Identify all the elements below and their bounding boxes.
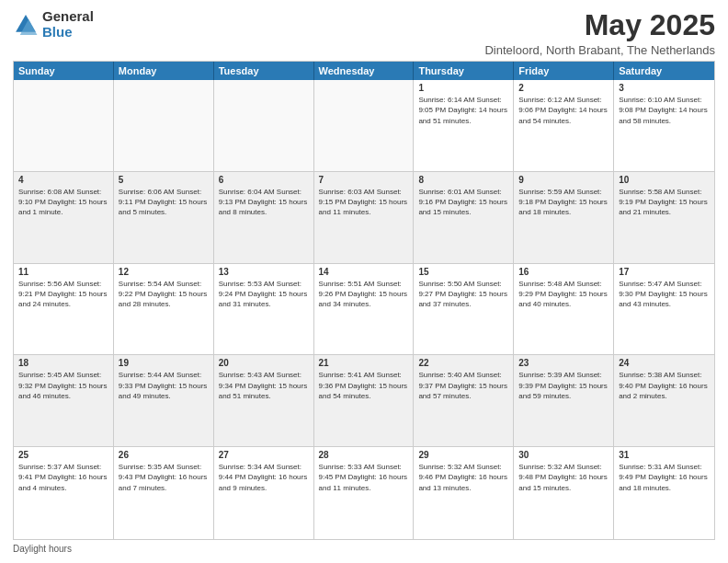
- calendar-cell: [214, 80, 314, 171]
- day-info: Sunrise: 5:31 AM Sunset: 9:49 PM Dayligh…: [619, 462, 710, 493]
- day-info: Sunrise: 5:59 AM Sunset: 9:18 PM Dayligh…: [518, 187, 609, 218]
- day-number: 21: [319, 358, 409, 368]
- calendar-page: General Blue May 2025 Dinteloord, North …: [0, 0, 728, 563]
- day-number: 27: [219, 450, 309, 460]
- day-info: Sunrise: 5:53 AM Sunset: 9:24 PM Dayligh…: [219, 279, 309, 310]
- calendar-cell: 11Sunrise: 5:56 AM Sunset: 9:21 PM Dayli…: [14, 264, 114, 355]
- day-number: 7: [319, 175, 409, 185]
- calendar-cell: 31Sunrise: 5:31 AM Sunset: 9:49 PM Dayli…: [614, 447, 714, 539]
- calendar-cell: 6Sunrise: 6:04 AM Sunset: 9:13 PM Daylig…: [214, 172, 314, 263]
- calendar-week-2: 4Sunrise: 6:08 AM Sunset: 9:10 PM Daylig…: [14, 172, 714, 264]
- day-info: Sunrise: 6:04 AM Sunset: 9:13 PM Dayligh…: [219, 187, 309, 218]
- calendar-cell: 27Sunrise: 5:34 AM Sunset: 9:44 PM Dayli…: [214, 447, 314, 539]
- daylight-label: Daylight hours: [13, 544, 72, 554]
- day-number: 18: [18, 358, 108, 368]
- day-info: Sunrise: 5:38 AM Sunset: 9:40 PM Dayligh…: [619, 370, 710, 401]
- footer-note: Daylight hours: [13, 544, 715, 554]
- day-number: 24: [619, 358, 710, 368]
- calendar-week-3: 11Sunrise: 5:56 AM Sunset: 9:21 PM Dayli…: [14, 264, 714, 356]
- day-number: 4: [18, 175, 108, 185]
- day-number: 26: [119, 450, 209, 460]
- calendar-week-1: 1Sunrise: 6:14 AM Sunset: 9:05 PM Daylig…: [14, 80, 714, 172]
- day-info: Sunrise: 5:32 AM Sunset: 9:48 PM Dayligh…: [518, 462, 609, 493]
- calendar-week-5: 25Sunrise: 5:37 AM Sunset: 9:41 PM Dayli…: [14, 447, 714, 539]
- day-info: Sunrise: 5:35 AM Sunset: 9:43 PM Dayligh…: [119, 462, 209, 493]
- calendar-cell: 5Sunrise: 6:06 AM Sunset: 9:11 PM Daylig…: [114, 172, 214, 263]
- day-number: 1: [418, 83, 508, 93]
- calendar-cell: 14Sunrise: 5:51 AM Sunset: 9:26 PM Dayli…: [314, 264, 415, 355]
- day-number: 12: [119, 267, 209, 277]
- day-number: 23: [518, 358, 609, 368]
- day-info: Sunrise: 5:48 AM Sunset: 9:29 PM Dayligh…: [518, 279, 609, 310]
- day-number: 19: [119, 358, 209, 368]
- logo-blue-text: Blue: [42, 25, 94, 40]
- day-info: Sunrise: 6:08 AM Sunset: 9:10 PM Dayligh…: [18, 187, 108, 218]
- logo-icon: [13, 12, 39, 38]
- day-number: 17: [619, 267, 710, 277]
- day-info: Sunrise: 6:10 AM Sunset: 9:08 PM Dayligh…: [619, 95, 710, 126]
- day-number: 6: [219, 175, 309, 185]
- day-number: 3: [619, 83, 710, 93]
- day-number: 2: [518, 83, 609, 93]
- day-number: 13: [219, 267, 309, 277]
- day-number: 11: [18, 267, 108, 277]
- weekday-header-sunday: Sunday: [14, 62, 114, 80]
- day-info: Sunrise: 5:47 AM Sunset: 9:30 PM Dayligh…: [619, 279, 710, 310]
- day-info: Sunrise: 5:33 AM Sunset: 9:45 PM Dayligh…: [319, 462, 409, 493]
- weekday-header-friday: Friday: [514, 62, 614, 80]
- calendar-cell: [314, 80, 415, 171]
- calendar-cell: 21Sunrise: 5:41 AM Sunset: 9:36 PM Dayli…: [314, 355, 415, 446]
- location-text: Dinteloord, North Brabant, The Netherlan…: [484, 43, 715, 57]
- calendar-cell: 7Sunrise: 6:03 AM Sunset: 9:15 PM Daylig…: [314, 172, 415, 263]
- logo-general-text: General: [42, 9, 94, 25]
- day-number: 30: [518, 450, 609, 460]
- day-number: 14: [319, 267, 409, 277]
- day-info: Sunrise: 5:54 AM Sunset: 9:22 PM Dayligh…: [119, 279, 209, 310]
- day-info: Sunrise: 5:39 AM Sunset: 9:39 PM Dayligh…: [518, 370, 609, 401]
- day-number: 25: [18, 450, 108, 460]
- day-info: Sunrise: 5:40 AM Sunset: 9:37 PM Dayligh…: [418, 370, 508, 401]
- calendar-cell: 17Sunrise: 5:47 AM Sunset: 9:30 PM Dayli…: [614, 264, 714, 355]
- weekday-header-thursday: Thursday: [414, 62, 514, 80]
- calendar-cell: 22Sunrise: 5:40 AM Sunset: 9:37 PM Dayli…: [414, 355, 514, 446]
- day-number: 16: [518, 267, 609, 277]
- calendar-cell: 28Sunrise: 5:33 AM Sunset: 9:45 PM Dayli…: [314, 447, 415, 539]
- calendar-cell: 29Sunrise: 5:32 AM Sunset: 9:46 PM Dayli…: [414, 447, 514, 539]
- calendar-cell: 3Sunrise: 6:10 AM Sunset: 9:08 PM Daylig…: [614, 80, 714, 171]
- day-number: 28: [319, 450, 409, 460]
- day-info: Sunrise: 5:51 AM Sunset: 9:26 PM Dayligh…: [319, 279, 409, 310]
- day-info: Sunrise: 5:56 AM Sunset: 9:21 PM Dayligh…: [18, 279, 108, 310]
- calendar-cell: 2Sunrise: 6:12 AM Sunset: 9:06 PM Daylig…: [514, 80, 614, 171]
- day-info: Sunrise: 5:34 AM Sunset: 9:44 PM Dayligh…: [219, 462, 309, 493]
- day-info: Sunrise: 5:37 AM Sunset: 9:41 PM Dayligh…: [18, 462, 108, 493]
- calendar-cell: [14, 80, 114, 171]
- day-info: Sunrise: 6:14 AM Sunset: 9:05 PM Dayligh…: [418, 95, 508, 126]
- calendar-week-4: 18Sunrise: 5:45 AM Sunset: 9:32 PM Dayli…: [14, 355, 714, 447]
- calendar-cell: 12Sunrise: 5:54 AM Sunset: 9:22 PM Dayli…: [114, 264, 214, 355]
- calendar-cell: 26Sunrise: 5:35 AM Sunset: 9:43 PM Dayli…: [114, 447, 214, 539]
- day-info: Sunrise: 6:03 AM Sunset: 9:15 PM Dayligh…: [319, 187, 409, 218]
- day-info: Sunrise: 6:01 AM Sunset: 9:16 PM Dayligh…: [418, 187, 508, 218]
- day-number: 15: [418, 267, 508, 277]
- calendar-cell: 19Sunrise: 5:44 AM Sunset: 9:33 PM Dayli…: [114, 355, 214, 446]
- calendar-cell: 30Sunrise: 5:32 AM Sunset: 9:48 PM Dayli…: [514, 447, 614, 539]
- day-number: 9: [518, 175, 609, 185]
- calendar-cell: 9Sunrise: 5:59 AM Sunset: 9:18 PM Daylig…: [514, 172, 614, 263]
- page-header: General Blue May 2025 Dinteloord, North …: [13, 9, 715, 57]
- calendar-cell: 10Sunrise: 5:58 AM Sunset: 9:19 PM Dayli…: [614, 172, 714, 263]
- weekday-header-monday: Monday: [114, 62, 214, 80]
- calendar-cell: 18Sunrise: 5:45 AM Sunset: 9:32 PM Dayli…: [14, 355, 114, 446]
- day-info: Sunrise: 5:44 AM Sunset: 9:33 PM Dayligh…: [119, 370, 209, 401]
- day-number: 29: [418, 450, 508, 460]
- logo: General Blue: [13, 9, 94, 40]
- day-number: 31: [619, 450, 710, 460]
- day-info: Sunrise: 5:41 AM Sunset: 9:36 PM Dayligh…: [319, 370, 409, 401]
- day-info: Sunrise: 5:32 AM Sunset: 9:46 PM Dayligh…: [418, 462, 508, 493]
- calendar: SundayMondayTuesdayWednesdayThursdayFrid…: [13, 61, 715, 540]
- day-number: 8: [418, 175, 508, 185]
- day-number: 20: [219, 358, 309, 368]
- calendar-cell: 13Sunrise: 5:53 AM Sunset: 9:24 PM Dayli…: [214, 264, 314, 355]
- calendar-cell: 15Sunrise: 5:50 AM Sunset: 9:27 PM Dayli…: [414, 264, 514, 355]
- day-info: Sunrise: 5:45 AM Sunset: 9:32 PM Dayligh…: [18, 370, 108, 401]
- calendar-cell: 25Sunrise: 5:37 AM Sunset: 9:41 PM Dayli…: [14, 447, 114, 539]
